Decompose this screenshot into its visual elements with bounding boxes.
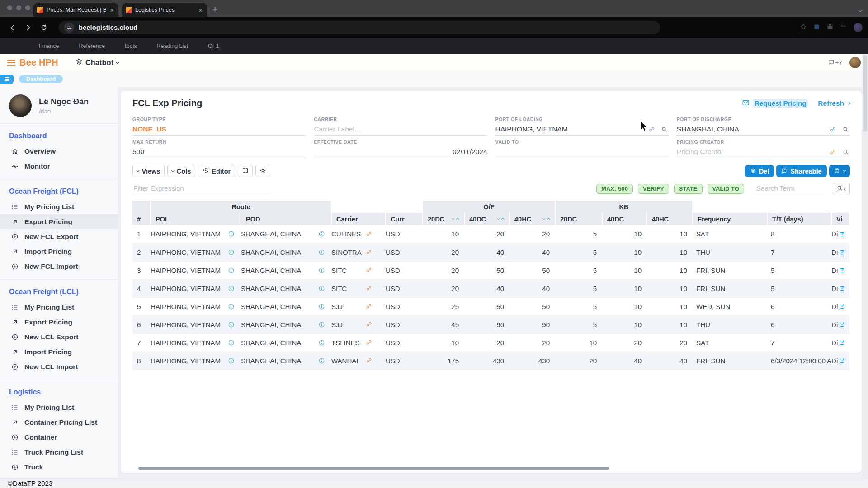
link-icon[interactable] — [366, 339, 372, 346]
link-icon[interactable] — [366, 303, 372, 310]
info-icon[interactable] — [228, 339, 235, 346]
puzzle-extensions-icon[interactable] — [826, 23, 834, 32]
bookmark-star-icon[interactable] — [800, 23, 807, 32]
col-header-of-40hc[interactable]: 40HC — [509, 213, 555, 225]
sidebar-item-export-pricing[interactable]: Export Pricing — [0, 314, 118, 329]
carrier-field[interactable]: CARRIER Carrier Label... — [314, 113, 487, 136]
table-row[interactable]: 1HAIPHONG, VIETNAMSHANGHAI, CHINACULINES… — [132, 225, 849, 243]
info-icon[interactable] — [318, 249, 325, 256]
sidebar-item-truck-pricing-list[interactable]: Truck Pricing List — [0, 445, 118, 460]
badge-max[interactable]: MAX: 500 — [596, 184, 633, 194]
link-icon[interactable] — [830, 126, 836, 133]
browser-profile-avatar[interactable] — [854, 23, 863, 32]
sidebar-item-container[interactable]: Container — [0, 430, 118, 445]
edit-icon[interactable] — [839, 285, 845, 291]
cols-button[interactable]: Cols — [167, 165, 195, 177]
back-icon[interactable] — [9, 24, 16, 32]
col-header-num[interactable]: # — [132, 213, 151, 225]
link-icon[interactable] — [366, 357, 372, 364]
window-close-button[interactable] — [7, 5, 12, 10]
col-header-kb-40hc[interactable]: 40HC — [647, 213, 693, 225]
table-row[interactable]: 5HAIPHONG, VIETNAMSHANGHAI, CHINASJJUSD2… — [132, 297, 849, 315]
info-icon[interactable] — [318, 303, 325, 310]
bookmark-tools[interactable]: tools — [125, 43, 137, 49]
info-icon[interactable] — [318, 230, 325, 237]
bookmark-finance[interactable]: Finance — [39, 43, 59, 49]
info-icon[interactable] — [228, 321, 235, 328]
reload-icon[interactable] — [40, 24, 47, 31]
sidebar-item-import-pricing[interactable]: Import Pricing — [0, 244, 118, 259]
cell-view[interactable]: Di — [831, 352, 849, 370]
col-header-curr[interactable]: Curr — [386, 213, 423, 225]
info-icon[interactable] — [318, 357, 325, 364]
info-icon[interactable] — [228, 249, 235, 256]
sidebar-item-my-pricing-list[interactable]: My Pricing List — [0, 199, 118, 214]
pricing-creator-field[interactable]: PRICING CREATOR Pricing Creator — [677, 136, 850, 158]
col-header-pod[interactable]: POD — [241, 213, 331, 225]
col-header-of-40dc[interactable]: 40DC — [464, 213, 509, 225]
shareable-button[interactable]: Shareable — [776, 165, 826, 177]
cell-view[interactable]: Di — [831, 315, 849, 333]
cell-view[interactable]: Di — [831, 279, 849, 297]
address-bar[interactable]: beelogistics.cloud — [59, 21, 660, 34]
col-header-kb-20dc[interactable]: 20DC — [555, 213, 602, 225]
info-icon[interactable] — [228, 357, 235, 364]
window-minimize-button[interactable] — [16, 5, 21, 10]
sidebar-item-my-pricing-list[interactable]: My Pricing List — [0, 400, 118, 415]
info-icon[interactable] — [228, 303, 235, 310]
sidebar-item-new-lcl-export[interactable]: New LCL Export — [0, 329, 118, 344]
sidebar-item-new-fcl-import[interactable]: New FCL Import — [0, 259, 118, 274]
browser-tab-mail-request[interactable]: Prices: Mail Request | Bee Lo × — [33, 3, 118, 17]
edit-icon[interactable] — [839, 249, 845, 255]
tab-close-icon[interactable]: × — [198, 7, 203, 14]
book-view-button[interactable] — [238, 165, 253, 177]
col-header-vi[interactable]: Vi — [831, 213, 849, 225]
sliders-icon[interactable] — [840, 23, 847, 32]
bookmark-of1[interactable]: OF1 — [208, 43, 219, 49]
table-row[interactable]: 6HAIPHONG, VIETNAMSHANGHAI, CHINASJJUSD4… — [132, 315, 849, 333]
sidebar-item-container-pricing-list[interactable]: Container Pricing List — [0, 415, 118, 430]
info-icon[interactable] — [318, 339, 325, 346]
link-icon[interactable] — [648, 126, 655, 133]
sidebar-item-monitor[interactable]: Monitor — [0, 159, 118, 174]
edit-icon[interactable] — [839, 231, 845, 237]
request-pricing-button[interactable]: Request Pricing — [742, 99, 808, 108]
breadcrumb-dashboard-pill[interactable]: Dashboard — [19, 75, 63, 83]
chatbot-menu[interactable]: Chatbot — [75, 58, 119, 67]
filter-expression-input[interactable]: Filter Expression — [132, 183, 268, 195]
group-type-field[interactable]: GROUP TYPE NONE_US — [132, 113, 306, 136]
tab-close-icon[interactable]: × — [109, 7, 115, 14]
table-row[interactable]: 8HAIPHONG, VIETNAMSHANGHAI, CHINAWANHAIU… — [132, 352, 849, 370]
sidebar-item-new-lcl-import[interactable]: New LCL Import — [0, 359, 118, 374]
menu-icon[interactable] — [7, 60, 15, 66]
col-header-frequency[interactable]: Frequency — [693, 213, 767, 225]
info-icon[interactable] — [318, 267, 325, 274]
info-icon[interactable] — [228, 230, 235, 237]
sidebar-item-export-pricing[interactable]: Export Pricing — [0, 214, 118, 229]
link-icon[interactable] — [366, 231, 372, 237]
info-icon[interactable] — [228, 285, 235, 292]
search-icon[interactable] — [661, 126, 668, 133]
forward-icon[interactable] — [24, 24, 32, 32]
effective-date-field[interactable]: EFFECTIVE DATE 02/11/2024 — [314, 136, 487, 158]
link-icon[interactable] — [366, 267, 372, 273]
sidebar-item-overview[interactable]: Overview — [0, 144, 118, 159]
brand-logo[interactable]: Bee HPH — [19, 57, 58, 68]
window-zoom-button[interactable] — [25, 5, 30, 10]
edit-icon[interactable] — [839, 267, 845, 273]
cell-view[interactable]: Di — [831, 333, 849, 352]
col-header-pol[interactable]: POL — [151, 213, 241, 225]
sidebar-item-my-pricing-list[interactable]: My Pricing List — [0, 300, 118, 314]
search-icon[interactable] — [842, 126, 849, 133]
col-header-tt-days[interactable]: T/T (days) — [767, 213, 831, 225]
table-row[interactable]: 7HAIPHONG, VIETNAMSHANGHAI, CHINATSLINES… — [132, 333, 849, 352]
table-row[interactable]: 4HAIPHONG, VIETNAMSHANGHAI, CHINASITCUSD… — [132, 279, 849, 297]
export-menu-button[interactable] — [829, 165, 850, 177]
link-icon[interactable] — [366, 321, 372, 328]
sidebar-item-import-pricing[interactable]: Import Pricing — [0, 344, 118, 359]
port-of-discharge-field[interactable]: PORT OF DISCHARGE SHANGHAI, CHINA — [677, 113, 850, 136]
info-icon[interactable] — [318, 321, 325, 328]
views-button[interactable]: Views — [132, 165, 165, 177]
edit-icon[interactable] — [839, 357, 845, 364]
badge-valid-to[interactable]: VALID TO — [708, 184, 745, 194]
